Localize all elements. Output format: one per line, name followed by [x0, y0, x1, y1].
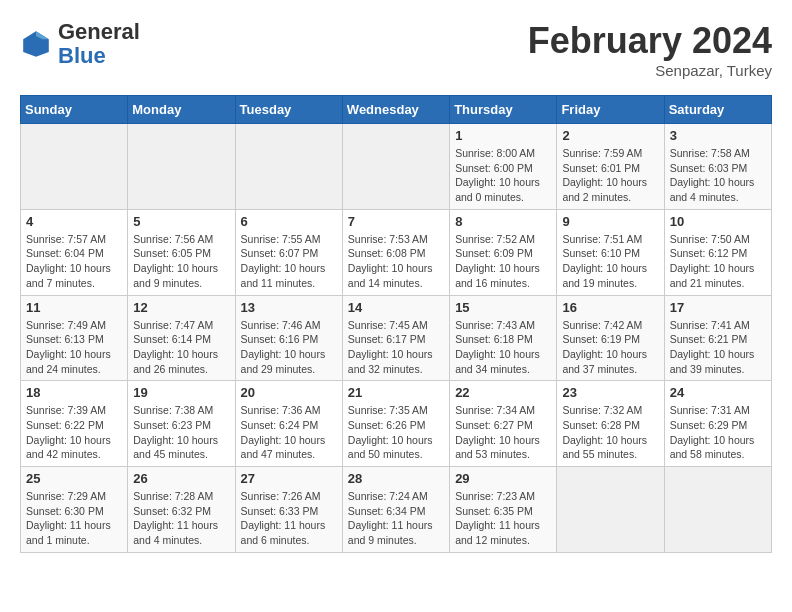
day-number: 6 [241, 214, 337, 229]
month-year-title: February 2024 [528, 20, 772, 62]
day-number: 18 [26, 385, 122, 400]
day-info: Sunrise: 7:24 AMSunset: 6:34 PMDaylight:… [348, 489, 444, 548]
calendar-cell: 17Sunrise: 7:41 AMSunset: 6:21 PMDayligh… [664, 295, 771, 381]
weekday-header-thursday: Thursday [450, 96, 557, 124]
day-number: 7 [348, 214, 444, 229]
day-number: 24 [670, 385, 766, 400]
calendar-cell: 24Sunrise: 7:31 AMSunset: 6:29 PMDayligh… [664, 381, 771, 467]
weekday-header-wednesday: Wednesday [342, 96, 449, 124]
calendar-cell [21, 124, 128, 210]
day-info: Sunrise: 7:29 AMSunset: 6:30 PMDaylight:… [26, 489, 122, 548]
calendar-cell: 6Sunrise: 7:55 AMSunset: 6:07 PMDaylight… [235, 209, 342, 295]
weekday-header-row: SundayMondayTuesdayWednesdayThursdayFrid… [21, 96, 772, 124]
calendar-cell: 9Sunrise: 7:51 AMSunset: 6:10 PMDaylight… [557, 209, 664, 295]
calendar-cell: 16Sunrise: 7:42 AMSunset: 6:19 PMDayligh… [557, 295, 664, 381]
calendar-cell: 13Sunrise: 7:46 AMSunset: 6:16 PMDayligh… [235, 295, 342, 381]
week-row-3: 11Sunrise: 7:49 AMSunset: 6:13 PMDayligh… [21, 295, 772, 381]
day-info: Sunrise: 7:43 AMSunset: 6:18 PMDaylight:… [455, 318, 551, 377]
day-info: Sunrise: 7:39 AMSunset: 6:22 PMDaylight:… [26, 403, 122, 462]
calendar-body: 1Sunrise: 8:00 AMSunset: 6:00 PMDaylight… [21, 124, 772, 553]
calendar-cell: 23Sunrise: 7:32 AMSunset: 6:28 PMDayligh… [557, 381, 664, 467]
calendar-cell: 18Sunrise: 7:39 AMSunset: 6:22 PMDayligh… [21, 381, 128, 467]
calendar-cell: 10Sunrise: 7:50 AMSunset: 6:12 PMDayligh… [664, 209, 771, 295]
calendar-cell: 20Sunrise: 7:36 AMSunset: 6:24 PMDayligh… [235, 381, 342, 467]
calendar-cell: 26Sunrise: 7:28 AMSunset: 6:32 PMDayligh… [128, 467, 235, 553]
day-info: Sunrise: 7:31 AMSunset: 6:29 PMDaylight:… [670, 403, 766, 462]
day-number: 13 [241, 300, 337, 315]
day-info: Sunrise: 7:34 AMSunset: 6:27 PMDaylight:… [455, 403, 551, 462]
day-info: Sunrise: 7:50 AMSunset: 6:12 PMDaylight:… [670, 232, 766, 291]
day-info: Sunrise: 7:49 AMSunset: 6:13 PMDaylight:… [26, 318, 122, 377]
calendar-cell: 27Sunrise: 7:26 AMSunset: 6:33 PMDayligh… [235, 467, 342, 553]
calendar-cell [342, 124, 449, 210]
day-info: Sunrise: 7:41 AMSunset: 6:21 PMDaylight:… [670, 318, 766, 377]
day-number: 17 [670, 300, 766, 315]
day-number: 12 [133, 300, 229, 315]
logo-blue: Blue [58, 43, 106, 68]
day-info: Sunrise: 7:47 AMSunset: 6:14 PMDaylight:… [133, 318, 229, 377]
weekday-header-tuesday: Tuesday [235, 96, 342, 124]
calendar-cell: 14Sunrise: 7:45 AMSunset: 6:17 PMDayligh… [342, 295, 449, 381]
calendar-cell [664, 467, 771, 553]
calendar-cell: 4Sunrise: 7:57 AMSunset: 6:04 PMDaylight… [21, 209, 128, 295]
day-info: Sunrise: 7:26 AMSunset: 6:33 PMDaylight:… [241, 489, 337, 548]
calendar-cell: 29Sunrise: 7:23 AMSunset: 6:35 PMDayligh… [450, 467, 557, 553]
day-number: 15 [455, 300, 551, 315]
week-row-4: 18Sunrise: 7:39 AMSunset: 6:22 PMDayligh… [21, 381, 772, 467]
day-number: 9 [562, 214, 658, 229]
day-number: 14 [348, 300, 444, 315]
day-number: 1 [455, 128, 551, 143]
calendar-cell [235, 124, 342, 210]
day-number: 4 [26, 214, 122, 229]
location-subtitle: Senpazar, Turkey [528, 62, 772, 79]
calendar-cell: 25Sunrise: 7:29 AMSunset: 6:30 PMDayligh… [21, 467, 128, 553]
day-number: 27 [241, 471, 337, 486]
calendar-cell: 7Sunrise: 7:53 AMSunset: 6:08 PMDaylight… [342, 209, 449, 295]
day-number: 22 [455, 385, 551, 400]
day-info: Sunrise: 7:42 AMSunset: 6:19 PMDaylight:… [562, 318, 658, 377]
day-number: 29 [455, 471, 551, 486]
calendar-cell: 22Sunrise: 7:34 AMSunset: 6:27 PMDayligh… [450, 381, 557, 467]
day-number: 23 [562, 385, 658, 400]
day-number: 20 [241, 385, 337, 400]
day-number: 25 [26, 471, 122, 486]
calendar-cell: 8Sunrise: 7:52 AMSunset: 6:09 PMDaylight… [450, 209, 557, 295]
day-info: Sunrise: 7:59 AMSunset: 6:01 PMDaylight:… [562, 146, 658, 205]
weekday-header-sunday: Sunday [21, 96, 128, 124]
weekday-header-saturday: Saturday [664, 96, 771, 124]
day-info: Sunrise: 7:38 AMSunset: 6:23 PMDaylight:… [133, 403, 229, 462]
week-row-1: 1Sunrise: 8:00 AMSunset: 6:00 PMDaylight… [21, 124, 772, 210]
day-number: 3 [670, 128, 766, 143]
day-info: Sunrise: 7:35 AMSunset: 6:26 PMDaylight:… [348, 403, 444, 462]
logo: General Blue [20, 20, 140, 68]
day-info: Sunrise: 7:23 AMSunset: 6:35 PMDaylight:… [455, 489, 551, 548]
day-number: 28 [348, 471, 444, 486]
day-info: Sunrise: 7:58 AMSunset: 6:03 PMDaylight:… [670, 146, 766, 205]
week-row-2: 4Sunrise: 7:57 AMSunset: 6:04 PMDaylight… [21, 209, 772, 295]
day-info: Sunrise: 7:46 AMSunset: 6:16 PMDaylight:… [241, 318, 337, 377]
day-info: Sunrise: 7:32 AMSunset: 6:28 PMDaylight:… [562, 403, 658, 462]
day-info: Sunrise: 7:51 AMSunset: 6:10 PMDaylight:… [562, 232, 658, 291]
calendar-cell [557, 467, 664, 553]
day-number: 21 [348, 385, 444, 400]
calendar-cell: 1Sunrise: 8:00 AMSunset: 6:00 PMDaylight… [450, 124, 557, 210]
weekday-header-monday: Monday [128, 96, 235, 124]
day-number: 26 [133, 471, 229, 486]
day-info: Sunrise: 7:36 AMSunset: 6:24 PMDaylight:… [241, 403, 337, 462]
calendar-cell: 28Sunrise: 7:24 AMSunset: 6:34 PMDayligh… [342, 467, 449, 553]
day-info: Sunrise: 7:53 AMSunset: 6:08 PMDaylight:… [348, 232, 444, 291]
day-number: 5 [133, 214, 229, 229]
day-number: 19 [133, 385, 229, 400]
logo-general: General [58, 19, 140, 44]
weekday-header-friday: Friday [557, 96, 664, 124]
calendar-cell: 3Sunrise: 7:58 AMSunset: 6:03 PMDaylight… [664, 124, 771, 210]
calendar-cell: 5Sunrise: 7:56 AMSunset: 6:05 PMDaylight… [128, 209, 235, 295]
day-number: 16 [562, 300, 658, 315]
day-number: 10 [670, 214, 766, 229]
calendar-cell [128, 124, 235, 210]
day-info: Sunrise: 7:57 AMSunset: 6:04 PMDaylight:… [26, 232, 122, 291]
title-block: February 2024 Senpazar, Turkey [528, 20, 772, 79]
day-number: 8 [455, 214, 551, 229]
calendar-cell: 15Sunrise: 7:43 AMSunset: 6:18 PMDayligh… [450, 295, 557, 381]
calendar-cell: 19Sunrise: 7:38 AMSunset: 6:23 PMDayligh… [128, 381, 235, 467]
